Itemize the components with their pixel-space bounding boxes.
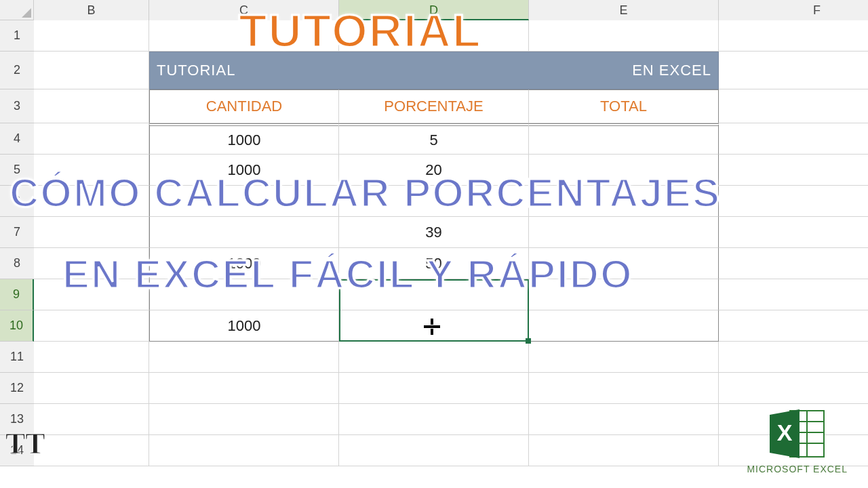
cell-B1[interactable] (34, 20, 149, 52)
cell-B13[interactable] (34, 404, 149, 435)
cell-F4[interactable] (719, 123, 868, 155)
col-header-E[interactable]: E (529, 0, 719, 20)
cell-E4[interactable] (529, 123, 719, 155)
title-banner: TUTORIAL EN EXCEL (149, 52, 719, 89)
cell-E3[interactable]: TOTAL (529, 89, 719, 123)
cell-F6[interactable] (719, 186, 868, 217)
cell-C10[interactable]: 1000 (149, 310, 339, 342)
cell-F1[interactable] (719, 20, 868, 52)
cell-C4[interactable]: 1000 (149, 123, 339, 155)
cell-C3[interactable]: CANTIDAD (149, 89, 339, 123)
cell-B11[interactable] (34, 342, 149, 373)
cell-B4[interactable] (34, 123, 149, 155)
row-header-8[interactable]: 8 (0, 248, 34, 279)
overlay-title-2: CÓMO CALCULAR PORCENTAJES (9, 169, 721, 216)
row-header-2[interactable]: 2 (0, 52, 34, 89)
tt-logo: TT (5, 426, 45, 461)
row-header-3[interactable]: 3 (0, 89, 34, 123)
cell-D12[interactable] (339, 373, 529, 404)
excel-logo-label: MICROSOFT EXCEL (747, 464, 848, 474)
cell-B7[interactable] (34, 217, 149, 248)
overlay-title-1: TUTORIAL (239, 4, 482, 57)
col-header-F[interactable]: F (719, 0, 868, 20)
cell-E12[interactable] (529, 373, 719, 404)
cell-B3[interactable] (34, 89, 149, 123)
cell-B2[interactable] (34, 52, 149, 89)
cell-F7[interactable] (719, 217, 868, 248)
cell-E7[interactable] (529, 217, 719, 248)
row-header-12[interactable]: 12 (0, 373, 34, 404)
cell-D4[interactable]: 5 (339, 123, 529, 155)
cell-F10[interactable] (719, 310, 868, 342)
row-header-7[interactable]: 7 (0, 217, 34, 248)
cell-D7[interactable]: 39 (339, 217, 529, 248)
cell-D13[interactable] (339, 404, 529, 435)
cell-F2[interactable] (719, 52, 868, 89)
excel-logo: X MICROSOFT EXCEL (747, 407, 848, 474)
row-header-9[interactable]: 9 (0, 279, 34, 310)
cell-F11[interactable] (719, 342, 868, 373)
excel-icon: X (767, 407, 828, 461)
cell-C7[interactable] (149, 217, 339, 248)
cell-E10[interactable] (529, 310, 719, 342)
overlay-title-3: EN EXCEL FÁCIL Y RÁPIDO (62, 251, 633, 298)
cell-D11[interactable] (339, 342, 529, 373)
cell-F9[interactable] (719, 279, 868, 310)
row-header-10[interactable]: 10 (0, 310, 34, 342)
cell-C13[interactable] (149, 404, 339, 435)
cell-C14[interactable] (149, 435, 339, 466)
row-header-4[interactable]: 4 (0, 123, 34, 155)
row-header-11[interactable]: 11 (0, 342, 34, 373)
cell-E14[interactable] (529, 435, 719, 466)
cell-E11[interactable] (529, 342, 719, 373)
banner-text-left: TUTORIAL (157, 62, 235, 79)
cell-F8[interactable] (719, 248, 868, 279)
cell-B12[interactable] (34, 373, 149, 404)
cell-B14[interactable] (34, 435, 149, 466)
select-all-corner[interactable] (0, 0, 34, 20)
cell-D10[interactable] (339, 310, 529, 342)
cell-E1[interactable] (529, 20, 719, 52)
cell-F5[interactable] (719, 155, 868, 186)
svg-text:X: X (776, 420, 792, 445)
cell-F3[interactable] (719, 89, 868, 123)
cell-D14[interactable] (339, 435, 529, 466)
col-header-B[interactable]: B (34, 0, 149, 20)
cell-B10[interactable] (34, 310, 149, 342)
cell-C12[interactable] (149, 373, 339, 404)
cell-D3[interactable]: PORCENTAJE (339, 89, 529, 123)
cell-F12[interactable] (719, 373, 868, 404)
cell-C11[interactable] (149, 342, 339, 373)
row-header-1[interactable]: 1 (0, 20, 34, 52)
row-headers: 1234567891011121314 (0, 20, 34, 466)
cell-E13[interactable] (529, 404, 719, 435)
banner-text-right: EN EXCEL (632, 62, 711, 79)
spreadsheet: BCDEF 1234567891011121314 CANTIDADPORCEN… (0, 0, 868, 488)
